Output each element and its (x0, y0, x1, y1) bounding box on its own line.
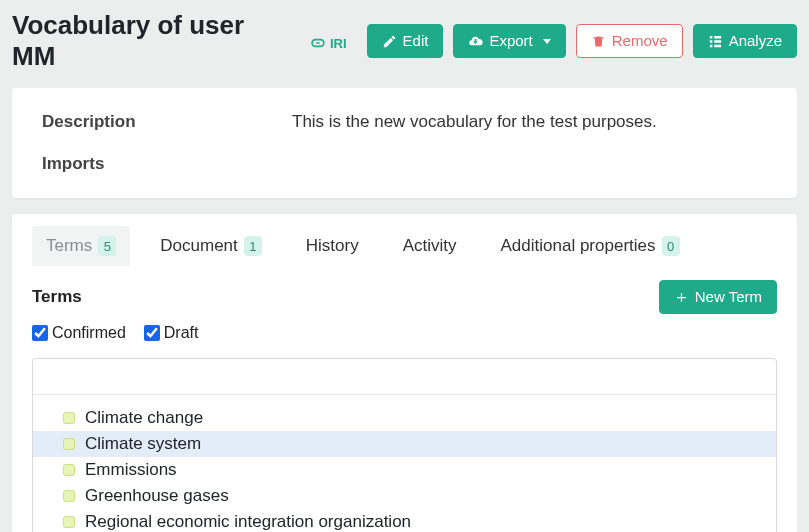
tabs: Terms 5 Document 1 History Activity Addi… (32, 226, 777, 266)
filter-draft-checkbox[interactable] (144, 325, 160, 341)
tab-terms[interactable]: Terms 5 (32, 226, 130, 266)
tab-activity[interactable]: Activity (389, 226, 471, 266)
analyze-icon (708, 34, 723, 49)
export-button[interactable]: Export (453, 24, 565, 58)
tab-history[interactable]: History (292, 226, 373, 266)
term-row[interactable]: Climate system (33, 431, 776, 457)
cloud-download-icon (468, 34, 483, 49)
term-label: Emmissions (85, 460, 177, 480)
terms-header: Terms New Term (32, 280, 777, 314)
status-dot-icon (63, 438, 75, 450)
pencil-icon (382, 34, 397, 49)
tabs-card: Terms 5 Document 1 History Activity Addi… (12, 214, 797, 532)
term-label: Regional economic integration organizati… (85, 512, 411, 532)
terms-heading: Terms (32, 287, 82, 307)
term-list: Climate changeClimate systemEmmissionsGr… (32, 358, 777, 532)
remove-button[interactable]: Remove (576, 24, 683, 58)
new-term-button[interactable]: New Term (659, 280, 777, 314)
imports-label: Imports (42, 154, 292, 174)
filters: Confirmed Draft (32, 324, 777, 342)
term-row[interactable]: Greenhouse gases (33, 483, 776, 509)
tab-document[interactable]: Document 1 (146, 226, 275, 266)
term-label: Greenhouse gases (85, 486, 229, 506)
imports-row: Imports (42, 154, 767, 174)
tab-document-count: 1 (244, 236, 262, 256)
description-label: Description (42, 112, 292, 132)
description-row: Description This is the new vocabulary f… (42, 112, 767, 132)
term-label: Climate change (85, 408, 203, 428)
status-dot-icon (63, 464, 75, 476)
term-row[interactable]: Emmissions (33, 457, 776, 483)
term-row[interactable]: Regional economic integration organizati… (33, 509, 776, 532)
tab-terms-count: 5 (98, 236, 116, 256)
analyze-button[interactable]: Analyze (693, 24, 797, 58)
header-bar: Vocabulary of user MM IRI Edit Export Re… (0, 0, 809, 88)
term-search-row[interactable] (33, 359, 776, 395)
status-dot-icon (63, 490, 75, 502)
filter-confirmed[interactable]: Confirmed (32, 324, 126, 342)
link-icon (308, 33, 328, 53)
plus-icon (674, 290, 689, 305)
filter-confirmed-checkbox[interactable] (32, 325, 48, 341)
edit-button[interactable]: Edit (367, 24, 444, 58)
page-title: Vocabulary of user MM (12, 10, 294, 72)
term-row[interactable]: Climate change (33, 405, 776, 431)
filter-draft[interactable]: Draft (144, 324, 199, 342)
iri-label: IRI (330, 36, 347, 51)
trash-icon (591, 34, 606, 49)
status-dot-icon (63, 412, 75, 424)
term-label: Climate system (85, 434, 201, 454)
iri-link[interactable]: IRI (308, 33, 347, 53)
metadata-card: Description This is the new vocabulary f… (12, 88, 797, 198)
description-value: This is the new vocabulary for the test … (292, 112, 657, 132)
status-dot-icon (63, 516, 75, 528)
tab-additional-properties[interactable]: Additional properties 0 (487, 226, 694, 266)
chevron-down-icon (543, 39, 551, 44)
tab-additional-count: 0 (662, 236, 680, 256)
